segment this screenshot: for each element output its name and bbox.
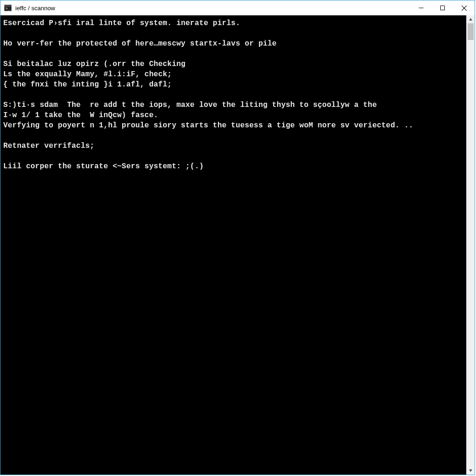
terminal-line: I·w 1/ 1 take the W inQcw) fasce. — [3, 110, 466, 120]
terminal-line: Si beitalас luz opirz (.orr the Checking — [3, 59, 466, 69]
terminal-line: S:)ti·s sdam The re add t the iops, maxe… — [3, 100, 466, 110]
svg-rect-4 — [441, 6, 445, 10]
scroll-track[interactable] — [467, 23, 475, 467]
terminal-line — [3, 49, 466, 59]
svg-marker-8 — [469, 469, 472, 472]
svg-rect-3 — [419, 8, 423, 8]
window-title: ieffc / scannow — [15, 5, 55, 12]
scroll-up-button[interactable] — [467, 15, 475, 23]
terminal-output[interactable]: Esercicad P›sfi iral linte of system. in… — [0, 15, 466, 475]
command-prompt-icon: >_ — [4, 4, 12, 12]
terminal-line: Retnater verrifacls; — [3, 141, 466, 151]
terminal-line: Verfying to poyert n 1,hl proule siory s… — [3, 120, 466, 131]
terminal-line — [3, 28, 466, 39]
titlebar[interactable]: >_ ieffc / scannow — [0, 0, 475, 15]
title-left: >_ ieffc / scannow — [0, 4, 55, 12]
terminal-line — [3, 151, 466, 161]
app-window: >_ ieffc / scannow — [0, 0, 475, 475]
terminal-line — [3, 90, 466, 100]
terminal-line: Liil corper the sturate <~Sers systemt: … — [3, 161, 466, 172]
maximize-button[interactable] — [432, 0, 453, 15]
svg-text:>_: >_ — [6, 7, 10, 11]
terminal-line — [3, 131, 466, 141]
terminal-line: Ls the exqually Mamy, #l.i:iF, check; — [3, 69, 466, 79]
vertical-scrollbar[interactable] — [466, 15, 475, 475]
window-controls — [410, 0, 475, 15]
client-area: Esercicad P›sfi iral linte of system. in… — [0, 15, 475, 475]
scroll-thumb[interactable] — [468, 23, 474, 40]
scroll-down-button[interactable] — [467, 467, 475, 475]
terminal-line: Ho verr-fer the protected of here…mescwy… — [3, 39, 466, 49]
minimize-button[interactable] — [410, 0, 432, 15]
terminal-line: Esercicad P›sfi iral linte of system. in… — [3, 18, 466, 28]
close-button[interactable] — [453, 0, 475, 15]
svg-marker-7 — [469, 18, 472, 20]
terminal-line: { the fnxi the inting }i 1.afl, dafl; — [3, 79, 466, 90]
